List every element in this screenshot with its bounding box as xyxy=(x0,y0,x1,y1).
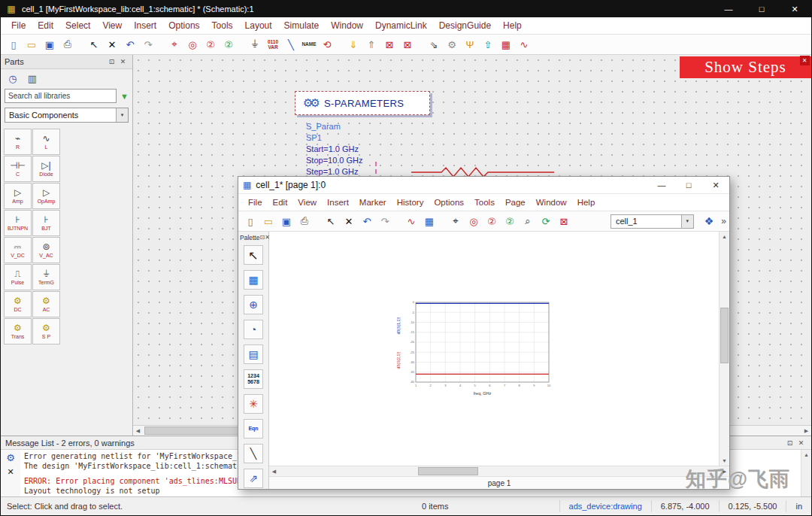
maximize-button[interactable]: □ xyxy=(745,1,778,17)
palette-polar-plot[interactable]: ⊕ xyxy=(244,295,263,314)
delete-button[interactable]: ✕ xyxy=(103,36,121,53)
menu-item[interactable]: Tools xyxy=(206,20,239,31)
wire-name-button[interactable]: NAME xyxy=(300,36,318,53)
menu-item[interactable]: Layout xyxy=(239,20,278,31)
menu-item[interactable]: View xyxy=(96,20,128,31)
history-icon[interactable]: ◷ xyxy=(6,71,20,85)
menu-item[interactable]: History xyxy=(392,198,429,207)
part-capacitor[interactable]: ⊣⊢ C xyxy=(4,156,32,182)
menu-item[interactable]: Marker xyxy=(354,198,392,207)
mini-plot-svg[interactable]: 12345678910-40-35-30-25-20-15-10-50freq,… xyxy=(393,296,556,402)
open-folder-button[interactable]: ▭ xyxy=(23,36,41,53)
menu-item[interactable]: View xyxy=(292,198,322,207)
filter-icon[interactable]: ▼ xyxy=(120,92,129,101)
palette-equation[interactable]: Eqn xyxy=(244,419,263,439)
palette-antenna-plot[interactable]: ✳ xyxy=(244,394,263,414)
wire-loop-button[interactable]: ⟲ xyxy=(318,36,336,53)
part-bjt-npn[interactable]: ⊦ BJTNPN xyxy=(4,210,32,236)
pan-view-button[interactable]: ⌖ xyxy=(165,36,183,53)
maximize-button[interactable]: □ xyxy=(675,177,702,193)
part-term-gnd[interactable]: ⏚ TermG xyxy=(32,264,60,290)
menu-item[interactable]: Insert xyxy=(322,198,354,207)
toolbar-overflow-icon[interactable]: » xyxy=(721,216,726,226)
import-button[interactable]: ⇓ xyxy=(344,36,362,53)
stop-simulation-button[interactable]: ▦ xyxy=(497,36,515,53)
open-folder-button[interactable]: ▭ xyxy=(259,213,277,229)
menu-item[interactable]: DynamicLink xyxy=(369,20,433,31)
float-panel-icon[interactable]: ⊡ xyxy=(259,234,265,241)
palette-stacked-plot[interactable]: ▤ xyxy=(244,345,263,364)
library-select[interactable]: Basic Components ▾ xyxy=(5,108,129,123)
menu-item[interactable]: Options xyxy=(162,20,205,31)
scroll-up-icon[interactable]: ▲ xyxy=(801,450,811,460)
delete-button[interactable]: ✕ xyxy=(340,213,358,229)
sparams-parameter-text[interactable]: Start=1.0 GHz xyxy=(306,144,363,155)
deactivate-component-button[interactable]: ⊠ xyxy=(380,36,398,53)
insert-plot-button[interactable]: ▦ xyxy=(420,213,438,229)
palette-rect-plot[interactable]: ▦ xyxy=(244,270,263,290)
zoom-area-button[interactable]: ◎ xyxy=(183,36,201,53)
main-titlebar[interactable]: ▦ cell_1 [MyFirstWorkspace_lib:cell_1:sc… xyxy=(1,1,811,17)
menu-item[interactable]: Page xyxy=(500,198,531,207)
close-panel-icon[interactable]: ✕ xyxy=(795,439,807,447)
menu-item[interactable]: Edit xyxy=(32,20,59,31)
part-dc-sim[interactable]: ⚙ DC xyxy=(4,291,32,317)
new-file-button[interactable]: ▯ xyxy=(241,213,259,229)
tune-parameters-button[interactable]: Ψ xyxy=(461,36,479,53)
page-tab[interactable]: page 1 xyxy=(480,479,519,487)
sparams-parameter-text[interactable]: SP1 xyxy=(306,132,363,144)
select-cursor-button[interactable]: ↖ xyxy=(85,36,103,53)
menu-item[interactable]: Insert xyxy=(128,20,162,31)
save-button[interactable]: ▣ xyxy=(277,213,295,229)
menu-item[interactable]: Select xyxy=(59,20,96,31)
new-file-button[interactable]: ▯ xyxy=(5,36,23,53)
close-button[interactable]: ✕ xyxy=(778,1,811,17)
redo-button[interactable]: ↷ xyxy=(139,36,157,53)
export-button[interactable]: ⇑ xyxy=(362,36,380,53)
save-button[interactable]: ▣ xyxy=(41,36,59,53)
part-vdc[interactable]: ⎓ V_DC xyxy=(4,237,32,263)
part-diode[interactable]: ▷| Diode xyxy=(32,156,60,182)
print-button[interactable]: ⎙ xyxy=(295,213,314,229)
scroll-down-icon[interactable]: ▼ xyxy=(720,456,729,466)
redo-button[interactable]: ↷ xyxy=(376,213,394,229)
message-settings-icon[interactable]: ⚙ xyxy=(6,452,15,463)
palette-list-data[interactable]: 1234 5678 xyxy=(244,369,263,389)
menu-item[interactable]: Window xyxy=(531,198,572,207)
data-display-canvas[interactable]: 12345678910-40-35-30-25-20-15-10-50freq,… xyxy=(269,232,719,466)
data-display-button[interactable]: ∿ xyxy=(515,36,533,53)
palette-line-tool[interactable]: ╲ xyxy=(244,444,263,463)
part-sparam-sim[interactable]: ⚙ S P xyxy=(32,318,60,345)
sparams-parameters[interactable]: S_ParamSP1Start=1.0 GHzStop=10.0 GHzStep… xyxy=(306,121,363,178)
clear-messages-icon[interactable]: ✕ xyxy=(7,467,14,477)
minimize-button[interactable]: — xyxy=(712,1,745,17)
banner-close-icon[interactable]: ✕ xyxy=(800,56,810,65)
dataset-select[interactable]: cell_1 ▾ xyxy=(611,214,694,229)
zoom-out-x2-button[interactable]: ② xyxy=(483,213,501,229)
print-button[interactable]: ⎙ xyxy=(59,36,77,53)
zoom-in-x2-button[interactable]: ② xyxy=(220,36,238,53)
search-input[interactable] xyxy=(5,89,117,103)
menu-item[interactable]: Simulate xyxy=(278,20,326,31)
insert-ground-button[interactable]: ⏚ xyxy=(246,36,264,53)
part-amp[interactable]: ▷ Amp xyxy=(4,183,32,209)
minimize-button[interactable]: — xyxy=(648,177,675,193)
menu-item[interactable]: Window xyxy=(325,20,369,31)
sparams-parameter-text[interactable]: Stop=10.0 GHz xyxy=(306,155,363,166)
menu-item[interactable]: Help xyxy=(497,20,528,31)
close-page-button[interactable]: ⊠ xyxy=(555,213,573,229)
part-resistor[interactable]: ⌁ R xyxy=(4,129,32,155)
simulate-button[interactable]: ⇧ xyxy=(479,36,497,53)
refresh-button[interactable]: ⟳ xyxy=(537,213,555,229)
float-panel-icon[interactable]: ⊡ xyxy=(784,439,795,447)
child-titlebar[interactable]: ▦ cell_1* [page 1]:0 — □ ✕ xyxy=(238,177,729,194)
float-panel-icon[interactable]: ⊡ xyxy=(106,58,117,65)
deactivate-toggle-button[interactable]: ⊠ xyxy=(398,36,417,53)
zoom-in-x2-button[interactable]: ② xyxy=(501,213,519,229)
scroll-thumb[interactable] xyxy=(720,308,729,363)
default-dataset-icon[interactable]: ❖ xyxy=(704,215,714,227)
part-opamp[interactable]: ▷ OpAmp xyxy=(32,183,60,209)
part-vpulse[interactable]: ⎍ Pulse xyxy=(4,264,32,290)
menu-item[interactable]: Tools xyxy=(469,198,500,207)
s-parameters-controller[interactable]: ⚙⚙ S-PARAMETERS xyxy=(295,91,430,115)
